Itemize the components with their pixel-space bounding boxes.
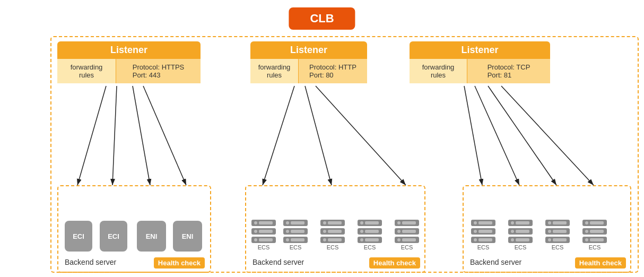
svg-point-87 — [585, 238, 588, 241]
listener-1-forwarding: forwardingrules — [57, 59, 116, 83]
svg-rect-75 — [553, 230, 567, 233]
backend-label-3: Backend server — [470, 258, 521, 266]
svg-rect-58 — [478, 238, 492, 241]
svg-point-11 — [286, 221, 289, 224]
backend-group-3: ECS ECS — [463, 185, 631, 273]
svg-point-1 — [254, 221, 257, 224]
svg-point-51 — [474, 221, 477, 224]
listener-2-protocol: Protocol: HTTPPort: 80 — [299, 59, 367, 83]
svg-rect-12 — [291, 221, 304, 224]
ecs-node-7: ECS — [507, 219, 534, 252]
svg-rect-32 — [365, 221, 379, 224]
svg-point-77 — [548, 238, 551, 241]
svg-point-7 — [254, 238, 257, 241]
svg-point-31 — [360, 221, 363, 224]
health-check-badge-2: Health check — [369, 257, 420, 269]
svg-point-17 — [286, 238, 289, 241]
svg-point-44 — [397, 230, 401, 233]
svg-rect-48 — [402, 238, 416, 241]
listener-3-forwarding: forwardingrules — [410, 59, 467, 83]
svg-text:ECS: ECS — [327, 244, 339, 249]
listener-3-title: Listener — [410, 41, 550, 59]
listener-3-protocol: Protocol: TCPPort: 81 — [467, 59, 550, 83]
svg-point-24 — [323, 230, 326, 233]
svg-rect-72 — [553, 221, 567, 224]
svg-rect-45 — [402, 230, 416, 233]
backend-group-1: ECI ECI ENI ENI Backend server Health ch… — [57, 185, 211, 273]
svg-point-67 — [511, 238, 514, 241]
svg-point-81 — [585, 221, 588, 224]
svg-point-4 — [254, 230, 257, 233]
svg-rect-28 — [328, 238, 342, 241]
listener-1: Listener forwardingrules Protocol: HTTPS… — [57, 41, 201, 83]
svg-point-54 — [474, 230, 477, 233]
svg-rect-55 — [478, 230, 492, 233]
ecs-node-1: ECS — [250, 219, 277, 252]
eni-node-2: ENI — [173, 221, 202, 252]
clb-label: CLB — [310, 12, 334, 25]
ecs-node-3: ECS — [319, 219, 346, 252]
ecs-node-5: ECS — [394, 219, 420, 252]
svg-rect-2 — [259, 221, 273, 224]
ecs-node-6: ECS — [470, 219, 497, 252]
svg-rect-42 — [402, 221, 416, 224]
svg-rect-22 — [328, 221, 342, 224]
listener-1-protocol: Protocol: HTTPSPort: 443 — [116, 59, 201, 83]
svg-rect-52 — [478, 221, 492, 224]
svg-rect-8 — [259, 238, 273, 241]
svg-text:ECS: ECS — [290, 244, 302, 249]
svg-point-21 — [323, 221, 326, 224]
health-check-badge-1: Health check — [154, 257, 205, 269]
eni-node-1: ENI — [137, 221, 166, 252]
ecs-node-9: ECS — [581, 219, 608, 252]
backend-group-2: ECS ECS — [245, 185, 425, 273]
svg-point-71 — [548, 221, 551, 224]
svg-text:ECS: ECS — [552, 244, 564, 249]
svg-text:ECS: ECS — [258, 244, 270, 249]
svg-rect-88 — [590, 238, 604, 241]
svg-text:ECS: ECS — [589, 244, 601, 249]
svg-text:ECS: ECS — [477, 244, 490, 249]
svg-rect-65 — [516, 230, 529, 233]
eci-node-1: ECI — [65, 221, 92, 252]
svg-point-41 — [397, 221, 401, 224]
backend-label-2: Backend server — [253, 258, 304, 266]
svg-rect-85 — [590, 230, 604, 233]
svg-rect-18 — [291, 238, 304, 241]
diagram: CLB Listener forwardingrules Protocol: H… — [0, 0, 644, 277]
backend-label-1: Backend server — [65, 258, 116, 266]
svg-point-74 — [548, 230, 551, 233]
svg-text:ECS: ECS — [364, 244, 376, 249]
svg-rect-15 — [291, 230, 304, 233]
svg-point-14 — [286, 230, 289, 233]
svg-rect-62 — [516, 221, 529, 224]
clb-box: CLB — [289, 7, 355, 30]
listener-2: Listener forwardingrules Protocol: HTTPP… — [250, 41, 367, 83]
listener-3-body: forwardingrules Protocol: TCPPort: 81 — [410, 59, 550, 83]
svg-rect-68 — [516, 238, 529, 241]
svg-point-37 — [360, 238, 363, 241]
listener-2-forwarding: forwardingrules — [250, 59, 299, 83]
svg-point-47 — [397, 238, 401, 241]
svg-rect-38 — [365, 238, 379, 241]
eci-node-2: ECI — [100, 221, 127, 252]
svg-point-61 — [511, 221, 514, 224]
listener-3: Listener forwardingrules Protocol: TCPPo… — [410, 41, 550, 83]
svg-rect-78 — [553, 238, 567, 241]
svg-point-34 — [360, 230, 363, 233]
health-check-badge-3: Health check — [575, 257, 626, 269]
svg-rect-25 — [328, 230, 342, 233]
svg-point-84 — [585, 230, 588, 233]
svg-rect-35 — [365, 230, 379, 233]
svg-point-57 — [474, 238, 477, 241]
svg-text:ECS: ECS — [515, 244, 527, 249]
listener-1-body: forwardingrules Protocol: HTTPSPort: 443 — [57, 59, 201, 83]
listener-2-body: forwardingrules Protocol: HTTPPort: 80 — [250, 59, 367, 83]
ecs-node-8: ECS — [544, 219, 571, 252]
listener-1-title: Listener — [57, 41, 201, 59]
svg-rect-5 — [259, 230, 273, 233]
svg-rect-82 — [590, 221, 604, 224]
ecs-node-2: ECS — [282, 219, 309, 252]
listener-2-title: Listener — [250, 41, 367, 59]
svg-point-27 — [323, 238, 326, 241]
